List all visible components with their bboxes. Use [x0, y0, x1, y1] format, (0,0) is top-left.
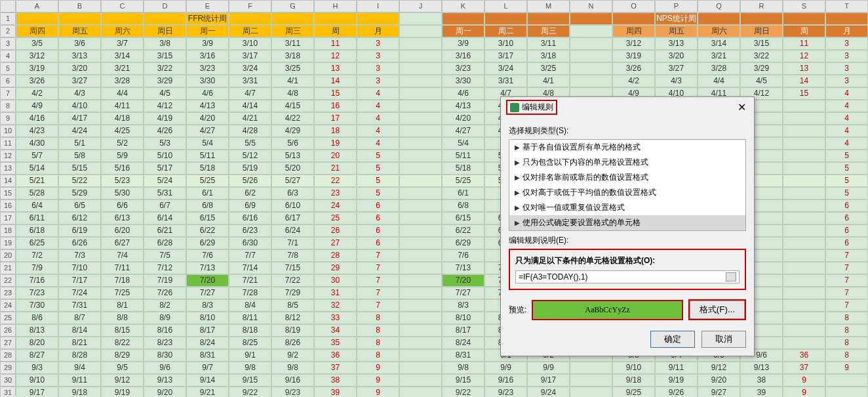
cell[interactable]: 9/22 — [229, 387, 271, 397]
cell[interactable]: 8/4 — [229, 299, 271, 312]
rule-item[interactable]: ▶仅对高于或低于平均值的数值设置格式 — [509, 185, 745, 200]
cell[interactable]: 8 — [357, 349, 399, 362]
cell[interactable] — [783, 324, 825, 337]
col-header[interactable]: G — [271, 0, 314, 12]
cell[interactable] — [570, 362, 612, 374]
cell[interactable]: 3/29 — [740, 62, 783, 75]
cell[interactable]: 17 — [314, 112, 357, 125]
cell[interactable]: 9/15 — [229, 374, 271, 387]
cell[interactable]: 5 — [825, 162, 868, 175]
cell[interactable]: 3/22 — [740, 50, 783, 62]
cell[interactable]: 8/11 — [229, 312, 271, 324]
cell[interactable] — [271, 12, 314, 25]
cell[interactable]: 5/24 — [144, 175, 186, 187]
rule-item[interactable]: ▶仅对唯一值或重复值设置格式 — [509, 200, 745, 215]
cell[interactable]: 9/11 — [655, 362, 698, 374]
cell[interactable]: 7/18 — [101, 274, 144, 287]
cell[interactable]: 8 — [825, 349, 868, 362]
cell[interactable]: 5/28 — [16, 187, 58, 199]
cell[interactable]: 周五 — [655, 25, 698, 37]
cell[interactable]: 3/15 — [144, 50, 186, 62]
cell[interactable]: 5 — [357, 187, 399, 199]
cell[interactable]: 14 — [783, 75, 825, 87]
cell[interactable]: 5/11 — [186, 150, 229, 162]
cell[interactable]: 4 — [357, 137, 399, 150]
cell[interactable]: 9/15 — [442, 374, 484, 387]
cell[interactable]: 15 — [783, 87, 825, 100]
cell[interactable] — [783, 312, 825, 324]
cell[interactable]: 4/26 — [144, 125, 186, 137]
cell[interactable]: 5/1 — [58, 137, 101, 150]
cell[interactable]: 9/2 — [271, 349, 314, 362]
cell[interactable]: 6/30 — [229, 237, 271, 249]
cell[interactable] — [570, 374, 612, 387]
close-icon[interactable]: ✕ — [735, 101, 749, 114]
cell[interactable]: 周四 — [612, 25, 655, 37]
cell[interactable]: 7/22 — [271, 274, 314, 287]
cell[interactable] — [783, 112, 825, 125]
cell[interactable] — [570, 25, 612, 37]
cell[interactable]: 4/10 — [58, 100, 101, 112]
cell[interactable]: 5/23 — [101, 175, 144, 187]
formula-input[interactable]: =IF(A3=TODAY(),1) — [515, 270, 740, 283]
cell[interactable]: 25 — [314, 212, 357, 224]
cell[interactable]: 26 — [314, 224, 357, 237]
row-header[interactable]: 24 — [0, 299, 16, 312]
cell[interactable]: 5/31 — [144, 187, 186, 199]
col-header[interactable]: R — [740, 0, 783, 12]
cell[interactable]: 3/21 — [698, 50, 740, 62]
cell[interactable]: 21 — [314, 162, 357, 175]
cell[interactable]: 周三 — [271, 25, 314, 37]
cell[interactable]: 3/16 — [442, 50, 484, 62]
cell[interactable]: 3/17 — [484, 50, 527, 62]
cell[interactable]: 7/8 — [271, 249, 314, 262]
range-selector-icon[interactable] — [726, 272, 736, 282]
cell[interactable]: 9/5 — [101, 362, 144, 374]
rule-item[interactable]: ▶只为包含以下内容的单元格设置格式 — [509, 155, 745, 170]
cell[interactable]: 9/26 — [655, 387, 698, 397]
cell[interactable]: 5/27 — [271, 175, 314, 187]
cell[interactable]: 30 — [314, 274, 357, 287]
cell[interactable]: 34 — [314, 324, 357, 337]
cell[interactable]: 5/15 — [58, 162, 101, 175]
cell[interactable]: 9 — [357, 374, 399, 387]
cell[interactable]: 8/12 — [271, 312, 314, 324]
cell[interactable] — [783, 337, 825, 349]
cell[interactable]: 20 — [314, 150, 357, 162]
cell[interactable]: 4/27 — [442, 125, 484, 137]
cell[interactable]: 8/2 — [144, 299, 186, 312]
cell[interactable]: 6/23 — [229, 224, 271, 237]
cell[interactable]: 4/3 — [655, 75, 698, 87]
cell[interactable]: 38 — [740, 374, 783, 387]
cell[interactable]: 3 — [357, 37, 399, 50]
cell[interactable] — [570, 75, 612, 87]
cell[interactable]: 3/9 — [442, 37, 484, 50]
cell[interactable]: 9/9 — [484, 362, 527, 374]
cell[interactable]: 6/16 — [229, 212, 271, 224]
cell[interactable]: 5/12 — [229, 150, 271, 162]
cell[interactable]: 5/9 — [101, 150, 144, 162]
cell[interactable] — [399, 112, 442, 125]
cell[interactable]: 8 — [825, 337, 868, 349]
cell[interactable]: 4/7 — [229, 87, 271, 100]
cell[interactable]: 3/26 — [16, 75, 58, 87]
cell[interactable]: 6/4 — [16, 199, 58, 212]
cell[interactable] — [16, 12, 58, 25]
cell[interactable]: 7/1 — [271, 237, 314, 249]
cell[interactable]: 9 — [783, 374, 825, 387]
cell[interactable] — [570, 37, 612, 50]
cell[interactable]: 9/9 — [527, 362, 570, 374]
cell[interactable] — [399, 125, 442, 137]
cell[interactable]: 5/8 — [58, 150, 101, 162]
cell[interactable]: 3/10 — [229, 37, 271, 50]
cell[interactable] — [570, 12, 612, 25]
cell[interactable]: 5/21 — [16, 175, 58, 187]
cell[interactable]: 7/17 — [58, 274, 101, 287]
cell[interactable]: 4/17 — [58, 112, 101, 125]
col-header[interactable]: Q — [698, 0, 740, 12]
cell[interactable]: 7/27 — [442, 287, 484, 299]
cell[interactable]: 7 — [825, 274, 868, 287]
cell[interactable]: 4/18 — [101, 112, 144, 125]
cell[interactable] — [399, 175, 442, 187]
cell[interactable] — [399, 12, 442, 25]
